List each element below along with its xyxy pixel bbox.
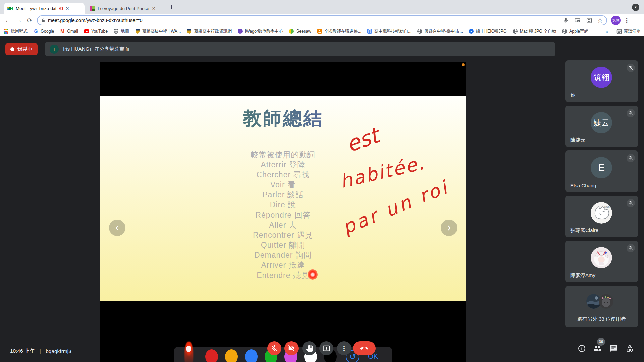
bookmark-label: YouTube xyxy=(91,29,108,34)
tab-close-icon[interactable]: ✕ xyxy=(152,6,156,11)
raise-hand-button[interactable] xyxy=(302,341,316,355)
new-tab-button[interactable]: + xyxy=(169,3,174,11)
activities-button[interactable] xyxy=(626,344,634,353)
laser-pointer-tool[interactable] xyxy=(183,342,194,362)
tab-cast-icon[interactable] xyxy=(574,17,581,24)
bookmark-item[interactable]: Mac 轉 JPG 全自動 xyxy=(513,28,556,34)
participant-name: Elsa Chang xyxy=(570,183,596,188)
chat-button[interactable] xyxy=(609,344,618,353)
participant-name: 陳婕云 xyxy=(570,137,585,143)
bookmark-item[interactable]: Seesaw xyxy=(289,28,311,34)
mic-off-icon xyxy=(628,156,633,161)
tab-divider xyxy=(167,5,167,11)
tab-search-button[interactable]: ▼ xyxy=(632,4,639,11)
more-participants-tile[interactable]: 還有另外 33 位使用者 xyxy=(565,286,638,327)
forward-icon[interactable]: → xyxy=(16,17,22,24)
url-bar[interactable]: meet.google.com/ywz-bnzu-dxt?authuser=0 … xyxy=(37,15,607,25)
bookmark-favicon xyxy=(33,28,39,34)
verb-item: Arriver 抵達 xyxy=(100,260,466,270)
bookmark-item[interactable]: Apple官網 xyxy=(562,28,588,34)
bookmark-label: 葳格高中行政資訊網 xyxy=(194,28,232,34)
participant-tile[interactable]: 張瑋庭Claire xyxy=(565,196,638,237)
avatar: 婕云 xyxy=(591,112,612,133)
mic-toggle-button[interactable] xyxy=(267,341,281,355)
browser-tab-strip: Meet - ywz-bnzu-dxt ✕ Le voyage du Petit… xyxy=(0,0,644,14)
url-text[interactable]: meet.google.com/ywz-bnzu-dxt?authuser=0 xyxy=(48,18,557,23)
back-icon[interactable]: ← xyxy=(5,17,11,24)
verb-item: Aller 去 xyxy=(100,220,466,230)
bookmark-label: Seesaw xyxy=(296,29,311,34)
tab-close-icon[interactable]: ✕ xyxy=(66,6,69,11)
recording-dot-icon xyxy=(10,47,14,51)
tab-title: Meet - ywz-bnzu-dxt xyxy=(16,6,57,11)
bookmark-item[interactable]: 地圖 xyxy=(113,28,129,34)
tab-title: Le voyage du Petit Prince xyxy=(98,6,149,11)
participant-name: 陳彥淳Amy xyxy=(570,272,595,279)
camera-off-icon xyxy=(288,345,295,352)
participant-tile[interactable]: 婕云 陳婕云 xyxy=(565,106,638,147)
slide-title: 教師總結 xyxy=(100,106,466,131)
participant-count-badge: 39 xyxy=(597,338,605,346)
bookmark-item[interactable]: 全國教師在職進修... xyxy=(317,28,361,34)
bookmark-favicon xyxy=(562,28,567,34)
leave-call-button[interactable] xyxy=(353,341,376,355)
presenting-banner: I Iris HUANG正在分享螢幕畫面 xyxy=(45,42,555,56)
bookmark-item[interactable]: Gmail xyxy=(60,28,78,34)
meeting-details-button[interactable] xyxy=(578,344,586,353)
bookmark-item[interactable]: 高中職科技輔助自... xyxy=(367,28,411,34)
participant-tile[interactable]: 陳彥淳Amy xyxy=(565,241,638,282)
more-participants-label: 還有另外 33 位使用者 xyxy=(565,316,638,322)
hand-icon xyxy=(306,345,313,352)
participant-tile[interactable]: E Elsa Chang xyxy=(565,150,638,192)
bookmark-label: 線上HEIC轉JPG xyxy=(476,28,507,34)
tab-recording-icon xyxy=(59,7,63,10)
present-button[interactable] xyxy=(319,341,333,355)
voice-search-icon[interactable] xyxy=(562,17,569,24)
tab-petit-prince[interactable]: Le voyage du Petit Prince ✕ xyxy=(86,3,165,14)
bookmark-item[interactable]: 線上HEIC轉JPG xyxy=(469,28,507,34)
bookmark-item[interactable]: 葳格高級中學 | WA... xyxy=(135,28,181,34)
avatar: 筑翎 xyxy=(591,67,612,88)
bookmark-item[interactable]: 葳格高中行政資訊網 xyxy=(186,28,232,34)
slide-next-button[interactable] xyxy=(441,220,457,236)
mic-muted-chip xyxy=(627,199,635,207)
more-options-button[interactable]: ⋮ xyxy=(337,341,351,355)
cat-avatar-image xyxy=(599,294,613,309)
bookmark-favicon xyxy=(417,28,422,34)
bookmark-item[interactable]: YouTube xyxy=(84,28,108,34)
camera-toggle-button[interactable] xyxy=(284,341,299,355)
bookmark-star-icon[interactable]: ☆ xyxy=(597,16,603,24)
bookmark-favicon xyxy=(237,28,243,34)
meet-stage: 錄製中 I Iris HUANG正在分享螢幕畫面 教師總結 較常被使用的動詞 A… xyxy=(0,36,644,362)
chrome-profile-avatar[interactable]: 筑翎 xyxy=(611,16,621,25)
doodle-avatar-image xyxy=(591,202,612,224)
lock-icon xyxy=(41,18,45,23)
color-swatch[interactable] xyxy=(205,349,218,362)
meeting-info: 10:46 上午 | bqaqkfrmj3 xyxy=(10,348,71,355)
bookmark-favicon xyxy=(113,28,119,34)
participant-tile-you[interactable]: 筑翎 你 xyxy=(565,60,638,102)
avatar-doodle xyxy=(591,202,612,224)
reload-icon[interactable]: ⟳ xyxy=(27,17,32,24)
bookmarks-bar: 應用程式 Google Gmail YouTube 地圖 xyxy=(0,27,644,36)
slide-prev-button[interactable] xyxy=(109,220,125,236)
bookmark-favicon xyxy=(135,28,140,34)
petit-prince-favicon xyxy=(89,6,95,11)
media-grid-icon[interactable] xyxy=(586,17,592,24)
tab-meet[interactable]: Meet - ywz-bnzu-dxt ✕ xyxy=(4,3,85,14)
bookmark-item[interactable]: 應用程式 xyxy=(3,28,28,34)
bookmark-item[interactable]: iWagor數位教學中心 xyxy=(237,28,283,34)
color-swatch[interactable] xyxy=(245,349,258,362)
avatar: E xyxy=(591,157,612,178)
bookmark-item[interactable]: Google xyxy=(33,28,54,34)
mic-muted-chip xyxy=(627,244,635,252)
chrome-menu-icon[interactable]: ⋮ xyxy=(624,17,630,24)
color-swatch[interactable] xyxy=(225,349,238,362)
verb-item: Voir 看 xyxy=(100,180,466,190)
verb-item: Demander 詢問 xyxy=(100,250,466,260)
browser-toolbar: ← → ⟳ meet.google.com/ywz-bnzu-dxt?authu… xyxy=(0,14,644,27)
chevron-left-icon xyxy=(114,225,121,231)
bookmark-favicon xyxy=(186,28,192,34)
chevron-right-icon xyxy=(446,225,452,231)
bookmark-item[interactable]: 優遊台中學-臺中市... xyxy=(417,28,463,34)
